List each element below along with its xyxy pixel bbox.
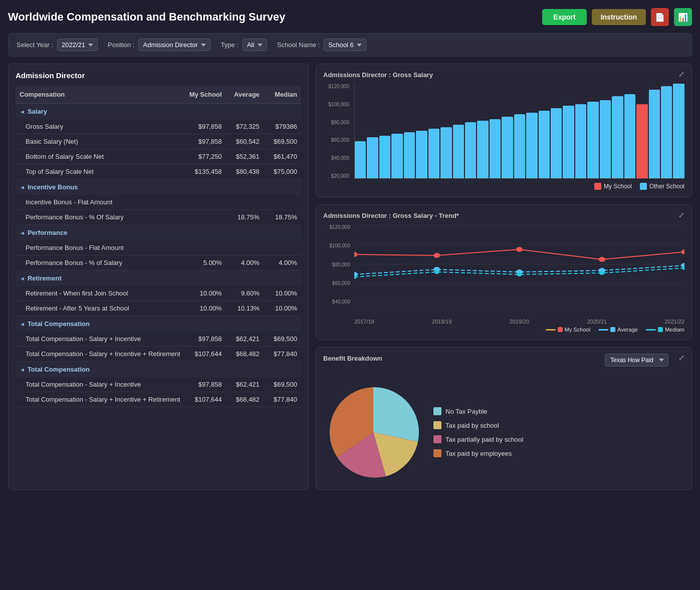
row-label: Retirement - When first Join School <box>16 286 184 301</box>
legend-my-school-line: My School <box>546 327 590 333</box>
svg-point-7 <box>516 247 523 252</box>
line-chart-expand-icon[interactable]: ⤢ <box>678 211 684 219</box>
row-label: Total Compensation - Salary + Incentive <box>16 332 184 347</box>
bar-item <box>539 84 550 178</box>
export-button[interactable]: Export <box>542 9 586 25</box>
bar-item <box>416 84 427 178</box>
row-average: $60,542 <box>226 134 264 149</box>
row-label: Total Compensation - Salary + Incentive … <box>16 392 184 407</box>
bar-item <box>575 84 586 178</box>
row-average: $52,361 <box>226 149 264 164</box>
table-section-row: ◄Retirement <box>16 270 301 286</box>
line-chart-svg <box>354 224 684 305</box>
instruction-button[interactable]: Instruction <box>592 9 646 25</box>
legend-tax-partial: Tax partially paid by school <box>433 435 523 443</box>
row-label: Top of Salary Scale Net <box>16 164 184 179</box>
row-my-school: 10.00% <box>184 286 225 301</box>
col-compensation: Compensation <box>16 86 184 104</box>
bar-chart-expand-icon[interactable]: ⤢ <box>678 70 684 78</box>
bar-item <box>404 84 415 178</box>
row-my-school: $97,858 <box>184 119 225 134</box>
pdf-button[interactable]: 📄 <box>651 8 669 26</box>
header-buttons: Export Instruction 📄 📊 <box>542 8 692 26</box>
main-layout: Admission Director Compensation My Schoo… <box>8 64 692 490</box>
table-row: Performance Bonus - % Of Salary 18.75% 1… <box>16 210 301 225</box>
median-line-legend <box>646 329 656 331</box>
bar-other-school <box>587 102 598 178</box>
bar-item <box>490 84 501 178</box>
bar-item <box>355 84 366 178</box>
legend-other-school: Other School <box>640 183 684 190</box>
excel-icon: 📊 <box>678 13 688 22</box>
row-median: $77,840 <box>264 347 301 362</box>
bar-chart-bars <box>354 84 684 179</box>
row-median: 4.00% <box>264 255 301 270</box>
row-median: $75,000 <box>264 164 301 179</box>
school-select[interactable]: School 6 <box>324 39 366 51</box>
col-median: Median <box>264 86 301 104</box>
col-my-school: My School <box>184 86 225 104</box>
row-median: $79386 <box>264 119 301 134</box>
table-section-row: ◄Salary <box>16 104 301 120</box>
tax-employees-label: Tax paid by employees <box>445 450 512 457</box>
row-median: $61,470 <box>264 149 301 164</box>
legend-median-line: Mediam <box>646 327 684 333</box>
table-row: Total Compensation - Salary + Incentive … <box>16 347 301 362</box>
bar-other-school <box>453 125 464 178</box>
legend-tax-employees: Tax paid by employees <box>433 449 523 457</box>
table-row: Incentive Bonus - Flat Amount <box>16 195 301 210</box>
table-row: Total Compensation - Salary + Incentive … <box>16 332 301 347</box>
bar-other-school <box>440 127 451 178</box>
texas-how-paid-select[interactable]: Texas How Paid <box>605 354 668 367</box>
bar-other-school <box>502 117 513 178</box>
row-label: Performance Bonus - % Of Salary <box>16 210 184 225</box>
row-average: $68,482 <box>226 347 264 362</box>
bar-item <box>661 84 672 178</box>
benefit-layout: No Tax Payble Tax paid by school Tax par… <box>323 382 684 482</box>
table-section-row: ◄Total Compensation <box>16 362 301 378</box>
legend-no-tax: No Tax Payble <box>433 407 523 415</box>
type-filter-group: Type : All <box>220 39 267 51</box>
no-tax-legend-dot <box>433 407 441 415</box>
benefit-legend: No Tax Payble Tax paid by school Tax par… <box>433 407 523 457</box>
bar-item <box>636 84 647 178</box>
bar-other-school <box>563 106 574 178</box>
excel-button[interactable]: 📊 <box>674 8 692 26</box>
benefit-dropdown-container: Texas How Paid <box>605 354 668 367</box>
bar-other-school <box>539 111 550 178</box>
bar-item <box>551 84 562 178</box>
bar-other-school <box>514 114 525 178</box>
row-my-school: 10.00% <box>184 301 225 316</box>
bar-other-school <box>367 137 378 178</box>
legend-my-school-label: My School <box>604 183 632 190</box>
row-average: 10.13% <box>226 301 264 316</box>
bar-other-school <box>355 141 366 178</box>
bar-item <box>624 84 635 178</box>
legend-tax-school: Tax paid by school <box>433 421 523 429</box>
position-filter-group: Position : Admission Director <box>108 39 210 51</box>
row-average: $62,421 <box>226 377 264 392</box>
table-row: Retirement - After 5 Years at School 10.… <box>16 301 301 316</box>
row-average: 18.75% <box>226 210 264 225</box>
my-school-legend-dot <box>594 183 601 190</box>
bar-other-school <box>490 119 501 178</box>
svg-point-9 <box>681 249 684 254</box>
bar-other-school <box>526 113 537 178</box>
type-label: Type : <box>220 41 238 49</box>
svg-point-8 <box>599 257 605 262</box>
line-chart-title: Admissions Director : Gross Salary - Tre… <box>323 212 684 219</box>
type-select[interactable]: All <box>243 39 267 51</box>
bar-item <box>379 84 390 178</box>
year-select[interactable]: 2022/21 <box>57 39 98 51</box>
row-label: Bottom of Salary Scale Net <box>16 149 184 164</box>
tax-partial-label: Tax partially paid by school <box>445 436 523 443</box>
tax-partial-legend-dot <box>433 435 441 443</box>
svg-point-6 <box>433 253 440 258</box>
bar-chart-yaxis: $120,000 $100,000 $80,000 $60,000 $40,00… <box>323 84 352 179</box>
position-select[interactable]: Admission Director <box>138 39 210 51</box>
row-label: Basic Salary (Net) <box>16 134 184 149</box>
row-my-school <box>184 210 225 225</box>
bar-other-school <box>416 131 427 178</box>
benefit-expand-icon[interactable]: ⤢ <box>678 354 684 362</box>
table-row: Bottom of Salary Scale Net $77,250 $52,3… <box>16 149 301 164</box>
